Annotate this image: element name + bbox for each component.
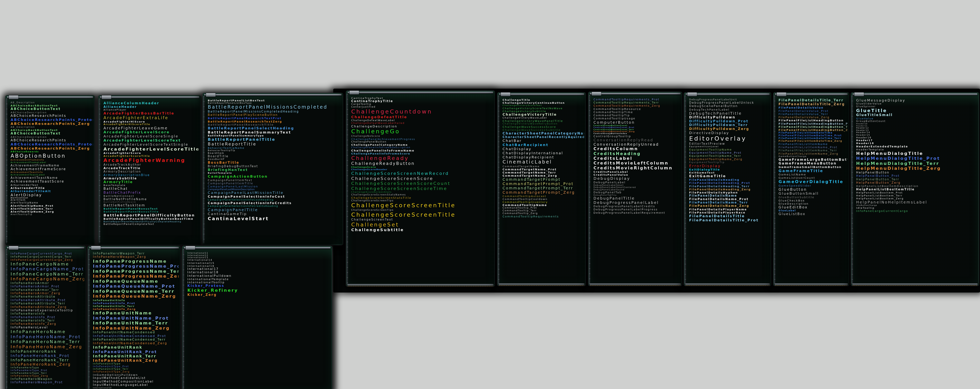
style-item[interactable]: FilePanelFileListItemName [778, 142, 848, 146]
style-item[interactable]: GlueButtonSmall [778, 191, 848, 196]
style-item[interactable]: ArcadeFighterScore [103, 151, 199, 155]
style-item[interactable]: InfoPaneUnitInfo_Prot [93, 302, 179, 305]
style-item[interactable]: ChallengeScoreScreenScoreTime [351, 186, 493, 191]
style-item[interactable]: FilePanelDetailsName [689, 194, 770, 198]
style-item[interactable]: FilePanelDetailsPlayerRace [689, 211, 770, 214]
style-item[interactable]: ChallengeReadyButton [351, 161, 493, 166]
style-item[interactable]: GameListUserCount [778, 176, 848, 179]
style-item[interactable]: HelpPanelButton_Prot [856, 174, 977, 178]
style-item[interactable]: InfoPaneHeroName [11, 329, 84, 334]
style-item[interactable]: InfoPaneHeroWeapon_Prot [11, 381, 84, 384]
style-item[interactable]: ArcadeTrackTitle [103, 167, 199, 170]
style-item[interactable]: ChallengeVictoryScoreTextNoWave [503, 107, 584, 110]
style-item[interactable]: CommandTooltipTip [593, 114, 681, 117]
style-item[interactable]: Kicker_Zerg [188, 293, 331, 297]
style-item[interactable]: CharacterSheetPanelCategoryName [503, 132, 584, 136]
style-item[interactable]: CommandTargetName [503, 165, 584, 168]
style-item[interactable]: CantinaTrophyTitle [351, 100, 493, 103]
style-item[interactable]: ChallengeWaveSuccessScore [503, 125, 584, 128]
style-item[interactable]: InfoPaneProgressName [93, 259, 179, 264]
style-item[interactable]: EquipmentTooltipName_Prot [689, 151, 770, 154]
style-item[interactable]: Header13 [856, 129, 977, 132]
style-item[interactable]: InfoPaneHeroName_Terr [11, 339, 84, 344]
style-item[interactable]: ExitGameText [689, 171, 770, 174]
style-item[interactable]: InternationalTemplate [188, 277, 331, 281]
style-item[interactable]: InfoPaneProgressName_Prot [93, 264, 179, 269]
style-item[interactable]: HelpPanelNoHelpItemsLabel [856, 200, 977, 204]
style-item[interactable]: HelpPanelListBoxItem_Prot [856, 191, 977, 194]
style-item[interactable]: AchievementToastLabel [11, 174, 93, 176]
style-item[interactable]: InfoPaneHeroArmor_Zerg [11, 292, 84, 295]
style-item[interactable]: BattleNetConnect [103, 194, 199, 198]
style-item[interactable]: FilePanelDetailsName_Terr [689, 201, 770, 204]
style-item[interactable]: ArmorySubtitle [103, 177, 199, 180]
style-item[interactable]: CommandTooltipAutocast [503, 195, 584, 198]
style-item[interactable]: DebugPanelLabelSound [593, 189, 681, 191]
style-item[interactable]: FilePanelDetailsHyphen [689, 191, 770, 194]
style-item[interactable]: BattleReportPanelListBoxText [208, 99, 341, 102]
style-item[interactable]: ABChoiceResearchPoints [11, 139, 93, 142]
style-item[interactable]: DebugPanelLabel [593, 181, 681, 184]
style-item[interactable]: DebugPanelTab [593, 191, 681, 194]
style-item[interactable]: ArcadeTrackAuthor [103, 163, 199, 166]
style-item[interactable]: ABChoiceResearchPoints_Protoss [11, 142, 93, 147]
style-item[interactable]: ChallengeSet [351, 222, 493, 228]
style-item[interactable]: CommandTooltipTime [593, 111, 681, 114]
style-item[interactable]: HelpPanelListBoxItem_Terr [856, 194, 977, 197]
style-item[interactable]: HelpPanelListBoxItemDescription [856, 185, 977, 188]
style-item[interactable]: ChallengeScreenText [351, 218, 493, 222]
style-item[interactable]: InfoPaneQueueName_Prot [93, 284, 179, 289]
style-item[interactable]: ArcadeFighterScoreTitle [103, 155, 199, 158]
style-item[interactable]: ArmoryDescription [103, 170, 199, 173]
style-item[interactable]: CantinaTrophyText [351, 97, 493, 100]
style-item[interactable]: DebugPanelTitle [593, 196, 681, 200]
style-item[interactable]: ArcadeFighterLevelScoreTextSingle [103, 142, 199, 147]
style-item[interactable]: InfoPaneQueueName_Terr [93, 289, 179, 294]
style-item[interactable]: CommandTooltipRequirements [503, 215, 584, 218]
style-item[interactable]: FilePanelFileListItemName_Terr [778, 149, 848, 152]
style-item[interactable]: FilePanelDetailsValue [778, 106, 848, 109]
style-item[interactable]: HelpMenuDialogTitle_Prot [856, 156, 977, 161]
style-item[interactable]: FilePanelDetailsPlayerName [689, 208, 770, 211]
style-item[interactable]: Header16 [856, 137, 977, 139]
style-item[interactable]: DebugProgressPanelLabelUnlock [689, 101, 770, 105]
style-item[interactable]: ControlGroupButtonCount_Prot [593, 126, 681, 128]
style-item[interactable]: FilePanelDetailsHeading [689, 178, 770, 181]
style-item[interactable]: Header18 [856, 142, 977, 145]
style-item[interactable]: CreditsHeading [593, 151, 681, 156]
style-item[interactable]: ConversationReplyRead [593, 138, 681, 142]
style-item[interactable]: CommandTargetPrompt [503, 177, 584, 182]
style-item[interactable]: ChallengeScoreScreenScore [351, 176, 493, 181]
style-item[interactable]: BattleReportPanelSelectHeading [208, 126, 341, 131]
style-item[interactable]: BattleChat [103, 187, 199, 191]
style-item[interactable]: GlueTitle [856, 108, 977, 113]
style-item[interactable]: DebugScenePanelButton [689, 105, 770, 108]
style-item[interactable]: InfoPaneCargoCurrentCargo [856, 209, 977, 212]
style-item[interactable]: Header17 [856, 139, 977, 142]
style-item[interactable]: CommandTargetName_Terr [503, 171, 584, 174]
style-item[interactable]: CampaignPanelSelectionInfoCredits [208, 201, 341, 205]
style-item[interactable]: ArcadeFighterLeaveGame [103, 126, 199, 130]
style-item[interactable]: BattleReportPanelSummaryType [208, 134, 341, 137]
style-item[interactable]: Header12 [856, 127, 977, 129]
style-item[interactable]: FilePanelDetailsName_Zerg [689, 204, 770, 208]
style-item[interactable]: BattleReportPanelCompleteText [103, 223, 199, 226]
style-item[interactable]: InfoPaneHeroAttribute [11, 295, 84, 298]
style-item[interactable]: GlueLabel [778, 209, 848, 212]
style-item[interactable]: InfoPaneHeroRank_Prot [11, 354, 84, 358]
style-item[interactable]: BattleReportPanelPlaySceneButton [208, 113, 341, 116]
style-item[interactable]: ABChoiceResearchPoints_Zerg [11, 122, 93, 126]
style-item[interactable]: InfoPaneHeroInfo [11, 312, 84, 316]
style-item[interactable]: CommandTooltip_Zerg [503, 212, 584, 215]
style-item[interactable]: InfoPaneCargoName_Terr [11, 271, 84, 277]
style-item[interactable]: ChallengeVictorySubtitle [503, 110, 584, 113]
style-item[interactable]: ArcadeFighterBossBarTitle [103, 112, 199, 115]
style-item[interactable]: InfoPaneUnitRank [93, 345, 179, 349]
style-item[interactable]: CommandTooltip_Terr [503, 209, 584, 212]
style-item[interactable]: ABChoiceButtonText [11, 132, 93, 136]
style-item[interactable]: BoardItem [208, 152, 341, 155]
style-item[interactable]: ChallengeScoreScreenTitle [351, 202, 493, 209]
style-item[interactable]: InfoPaneHeroWeapon_Zerg [93, 255, 179, 258]
style-item[interactable]: EquipmentIconLevel [689, 145, 770, 148]
style-item[interactable]: CinematicLabel [503, 159, 584, 165]
